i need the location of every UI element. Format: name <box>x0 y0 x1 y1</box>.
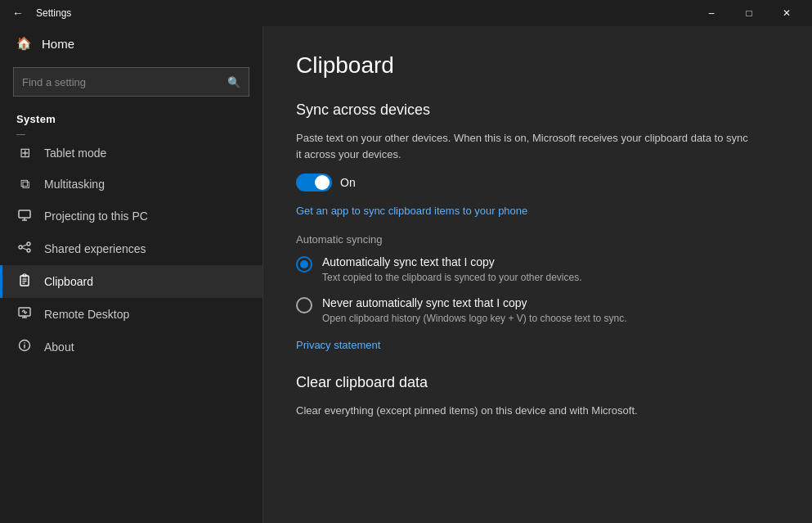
sidebar-section-title: System <box>0 106 262 130</box>
radio-auto-text: Automatically sync text that I copy Text… <box>322 255 779 285</box>
sidebar-item-about-label: About <box>44 340 74 354</box>
search-icon: 🔍 <box>227 76 240 88</box>
search-input[interactable] <box>22 76 227 88</box>
sync-toggle-label: On <box>340 176 356 189</box>
svg-point-5 <box>27 249 30 252</box>
sidebar-item-clipboard[interactable]: Clipboard <box>0 265 262 298</box>
sidebar-item-remote-desktop-label: Remote Desktop <box>44 308 129 321</box>
sync-app-link[interactable]: Get an app to sync clipboard items to yo… <box>296 205 527 217</box>
sidebar-item-remote-desktop[interactable]: Remote Desktop <box>0 298 262 331</box>
titlebar-title: Settings <box>29 7 693 19</box>
svg-rect-0 <box>19 210 30 218</box>
clear-description: Clear everything (except pinned items) o… <box>296 403 754 419</box>
sync-toggle-row: On <box>296 174 779 192</box>
shared-icon <box>16 241 33 257</box>
minimize-button[interactable]: – <box>693 0 730 26</box>
radio-auto-circle[interactable] <box>296 256 312 273</box>
about-icon <box>16 339 33 355</box>
sidebar-item-tablet-mode[interactable]: ⊞ Tablet mode <box>0 137 262 169</box>
radio-never-text: Never automatically sync text that I cop… <box>322 296 779 326</box>
clipboard-icon <box>16 273 33 290</box>
content-area: Clipboard Sync across devices Paste text… <box>263 26 812 523</box>
sync-section-title: Sync across devices <box>296 101 779 119</box>
sidebar-item-projecting[interactable]: Projecting to this PC <box>0 200 262 232</box>
clear-section-title: Clear clipboard data <box>296 374 779 391</box>
tablet-mode-icon: ⊞ <box>16 145 33 160</box>
radio-never-circle[interactable] <box>296 297 312 313</box>
sync-toggle[interactable] <box>296 174 332 192</box>
back-icon: ← <box>12 7 24 20</box>
sidebar-item-shared-label: Shared experiences <box>44 242 146 255</box>
radio-never-label: Never automatically sync text that I cop… <box>322 296 779 309</box>
radio-auto-desc: Text copied to the clipboard is synced t… <box>322 271 779 285</box>
privacy-link[interactable]: Privacy statement <box>296 339 380 351</box>
svg-point-18 <box>24 342 25 344</box>
maximize-button[interactable]: □ <box>730 0 768 26</box>
multitasking-icon: ⧉ <box>16 177 33 192</box>
app-container: 🏠 Home 🔍 System — ⊞ Tablet mode ⧉ Multit… <box>0 26 812 523</box>
titlebar-controls: – □ ✕ <box>693 0 805 26</box>
automatic-syncing-label: Automatic syncing <box>296 233 779 246</box>
radio-never-desc: Open clipboard history (Windows logo key… <box>322 312 779 326</box>
sidebar-item-multitasking-label: Multitasking <box>44 178 105 191</box>
svg-point-3 <box>19 246 22 249</box>
sidebar-item-projecting-label: Projecting to this PC <box>44 210 148 223</box>
titlebar: ← Settings – □ ✕ <box>0 0 812 26</box>
radio-option-never: Never automatically sync text that I cop… <box>296 296 779 326</box>
sidebar-item-clipboard-label: Clipboard <box>44 275 93 288</box>
page-title: Clipboard <box>296 52 779 79</box>
home-icon: 🏠 <box>16 36 32 51</box>
remote-desktop-icon <box>16 306 33 322</box>
sidebar-item-shared[interactable]: Shared experiences <box>0 232 262 265</box>
sidebar-item-home[interactable]: 🏠 Home <box>0 26 262 61</box>
radio-auto-label: Automatically sync text that I copy <box>322 255 779 268</box>
projecting-icon <box>16 208 33 224</box>
svg-point-4 <box>27 242 30 246</box>
close-button[interactable]: ✕ <box>768 0 805 26</box>
svg-line-7 <box>22 248 27 250</box>
toggle-knob <box>315 175 330 190</box>
sidebar-home-label: Home <box>42 37 74 51</box>
sidebar-item-about[interactable]: About <box>0 331 262 363</box>
radio-option-auto: Automatically sync text that I copy Text… <box>296 255 779 285</box>
sidebar-item-multitasking[interactable]: ⧉ Multitasking <box>0 169 262 200</box>
svg-rect-13 <box>19 308 30 316</box>
sidebar-item-tablet-mode-label: Tablet mode <box>44 147 106 160</box>
search-box[interactable]: 🔍 <box>13 67 249 97</box>
back-button[interactable]: ← <box>7 2 29 25</box>
svg-line-6 <box>22 245 27 246</box>
sidebar: 🏠 Home 🔍 System — ⊞ Tablet mode ⧉ Multit… <box>0 26 263 523</box>
sync-description: Paste text on your other devices. When t… <box>296 130 754 162</box>
